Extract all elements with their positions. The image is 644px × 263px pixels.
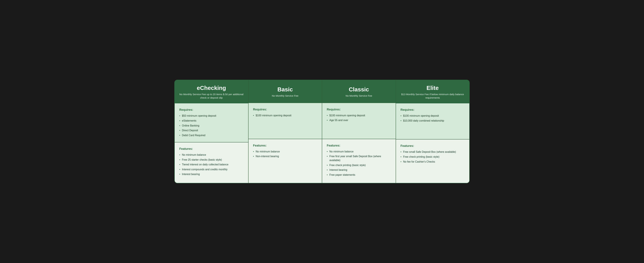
- features-title-elite: Features:: [400, 144, 465, 148]
- requires-title-basic: Requires:: [253, 108, 318, 111]
- requires-item-elite-0: $100 minimum opening deposit: [400, 114, 465, 118]
- features-list-echecking: No minimum balanceFree 25 starter checks…: [179, 153, 244, 176]
- column-classic: ClassicNo Monthly Service FeeRequires:$1…: [322, 80, 396, 183]
- features-section-classic: Features:No minimum balanceFree first ye…: [322, 139, 396, 183]
- features-item-echecking-1: Free 25 starter checks (basic style): [179, 158, 244, 162]
- requires-item-classic-0: $100 minimum opening deposit: [327, 114, 391, 118]
- column-basic: BasicNo Monthly Service FeeRequires:$100…: [248, 80, 322, 183]
- features-item-elite-2: No fee for Cashier's Checks: [400, 160, 465, 164]
- requires-item-echecking-2: Online Banking: [179, 124, 244, 128]
- features-list-classic: No minimum balanceFree first year small …: [327, 150, 391, 177]
- header-title-basic: Basic: [278, 86, 293, 93]
- features-title-echecking: Features:: [179, 147, 244, 150]
- features-section-elite: Features:Free small Safe Deposit Box (wh…: [396, 140, 470, 183]
- requires-item-echecking-4: Debit Card Required: [179, 134, 244, 137]
- header-title-elite: Elite: [426, 85, 439, 91]
- column-echecking: eCheckingNo Monthly Service Fee up to 20…: [175, 80, 248, 183]
- features-item-echecking-3: Interest compounds and credits monthly: [179, 168, 244, 172]
- header-echecking: eCheckingNo Monthly Service Fee up to 20…: [175, 80, 248, 104]
- features-item-echecking-2: Tiered interest on daily collected balan…: [179, 162, 244, 166]
- requires-section-echecking: Requires:$50 minimum opening depositeSta…: [175, 103, 248, 142]
- features-item-classic-3: Interest bearing: [327, 168, 391, 172]
- header-subtitle-echecking: No Monthly Service Fee up to 20 items $.…: [179, 92, 244, 100]
- features-title-basic: Features:: [253, 144, 318, 147]
- requires-section-basic: Requires:$100 minimum opening deposit: [248, 103, 322, 139]
- requires-title-echecking: Requires:: [179, 108, 244, 112]
- requires-item-echecking-3: Direct Deposit: [179, 128, 244, 132]
- features-item-echecking-0: No minimum balance: [179, 153, 244, 157]
- features-item-elite-0: Free small Safe Deposit Box (where avail…: [400, 150, 465, 154]
- requires-item-echecking-0: $50 minimum opening deposit: [179, 114, 244, 118]
- features-item-classic-0: No minimum balance: [327, 150, 391, 154]
- features-item-echecking-4: Interest bearing: [179, 172, 244, 176]
- requires-title-elite: Requires:: [400, 108, 465, 112]
- features-section-echecking: Features:No minimum balanceFree 25 start…: [175, 142, 248, 183]
- requires-item-classic-1: Age 55 and over: [327, 118, 391, 122]
- requires-item-echecking-1: eStatements: [179, 119, 244, 123]
- header-title-classic: Classic: [349, 86, 369, 93]
- requires-item-elite-1: $10,000 daily combined relationship: [400, 119, 465, 123]
- header-elite: Elite$13 Monthly Service Fee if below mi…: [396, 80, 470, 104]
- header-basic: BasicNo Monthly Service Fee: [248, 80, 322, 103]
- features-list-elite: Free small Safe Deposit Box (where avail…: [400, 150, 465, 164]
- requires-section-classic: Requires:$100 minimum opening depositAge…: [322, 103, 396, 139]
- features-item-basic-0: No minimum balance: [253, 150, 318, 154]
- requires-section-elite: Requires:$100 minimum opening deposit$10…: [396, 103, 470, 140]
- requires-list-elite: $100 minimum opening deposit$10,000 dail…: [400, 114, 465, 122]
- requires-list-echecking: $50 minimum opening depositeStatementsOn…: [179, 114, 244, 137]
- requires-item-basic-0: $100 minimum opening deposit: [253, 114, 318, 118]
- header-subtitle-basic: No Monthly Service Fee: [272, 94, 298, 98]
- features-item-basic-1: Non-interest bearing: [253, 154, 318, 158]
- requires-title-classic: Requires:: [327, 108, 391, 111]
- features-item-classic-4: Free paper statements: [327, 173, 391, 177]
- features-section-basic: Features:No minimum balanceNon-interest …: [248, 139, 322, 183]
- features-list-basic: No minimum balanceNon-interest bearing: [253, 150, 318, 158]
- header-subtitle-classic: No Monthly Service Fee: [346, 94, 372, 98]
- features-item-classic-1: Free first year small Safe Deposit Box (…: [327, 154, 391, 162]
- features-item-classic-2: Free check printing (basic style): [327, 163, 391, 167]
- comparison-table: eCheckingNo Monthly Service Fee up to 20…: [174, 80, 470, 183]
- requires-list-basic: $100 minimum opening deposit: [253, 114, 318, 118]
- requires-list-classic: $100 minimum opening depositAge 55 and o…: [327, 114, 391, 122]
- column-elite: Elite$13 Monthly Service Fee if below mi…: [396, 80, 470, 183]
- features-title-classic: Features:: [327, 144, 391, 147]
- header-subtitle-elite: $13 Monthly Service Fee if below minimum…: [400, 92, 466, 100]
- features-item-elite-1: Free check printing (basic style): [400, 155, 465, 159]
- header-title-echecking: eChecking: [197, 85, 226, 91]
- header-classic: ClassicNo Monthly Service Fee: [322, 80, 396, 103]
